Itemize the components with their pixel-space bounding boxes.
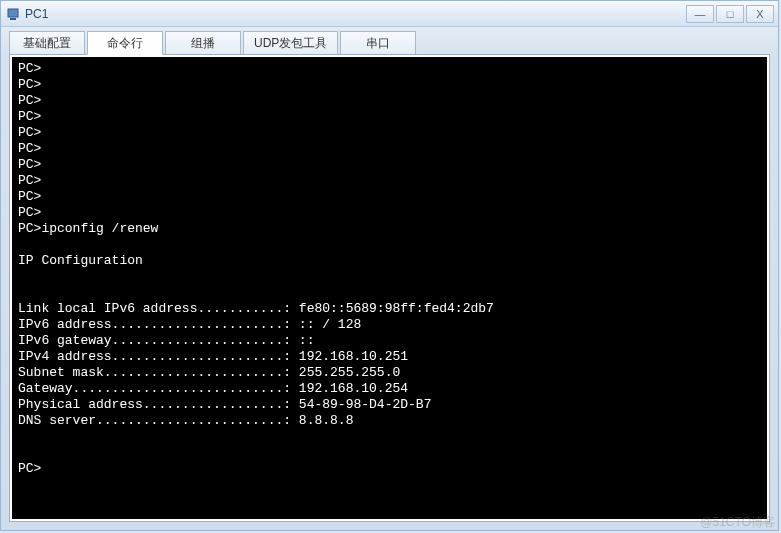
svg-rect-0 <box>8 9 18 17</box>
content-area: PC> PC> PC> PC> PC> PC> PC> PC> PC> PC> … <box>1 55 778 530</box>
app-window: PC1 — □ X 基础配置 命令行 组播 UDP发包工具 串口 PC> PC>… <box>0 0 779 531</box>
tab-multicast[interactable]: 组播 <box>165 31 241 55</box>
titlebar[interactable]: PC1 — □ X <box>1 1 778 27</box>
window-controls: — □ X <box>686 5 774 23</box>
tab-serial[interactable]: 串口 <box>340 31 416 55</box>
tab-bar: 基础配置 命令行 组播 UDP发包工具 串口 <box>1 27 778 55</box>
terminal-frame: PC> PC> PC> PC> PC> PC> PC> PC> PC> PC> … <box>9 54 770 522</box>
tab-basic-config[interactable]: 基础配置 <box>9 31 85 55</box>
tab-udp-tool[interactable]: UDP发包工具 <box>243 31 338 55</box>
svg-rect-1 <box>10 18 16 20</box>
close-button[interactable]: X <box>746 5 774 23</box>
maximize-button[interactable]: □ <box>716 5 744 23</box>
minimize-button[interactable]: — <box>686 5 714 23</box>
terminal-output[interactable]: PC> PC> PC> PC> PC> PC> PC> PC> PC> PC> … <box>12 57 767 519</box>
app-icon <box>5 6 21 22</box>
tab-command-line[interactable]: 命令行 <box>87 31 163 55</box>
window-title: PC1 <box>25 7 686 21</box>
